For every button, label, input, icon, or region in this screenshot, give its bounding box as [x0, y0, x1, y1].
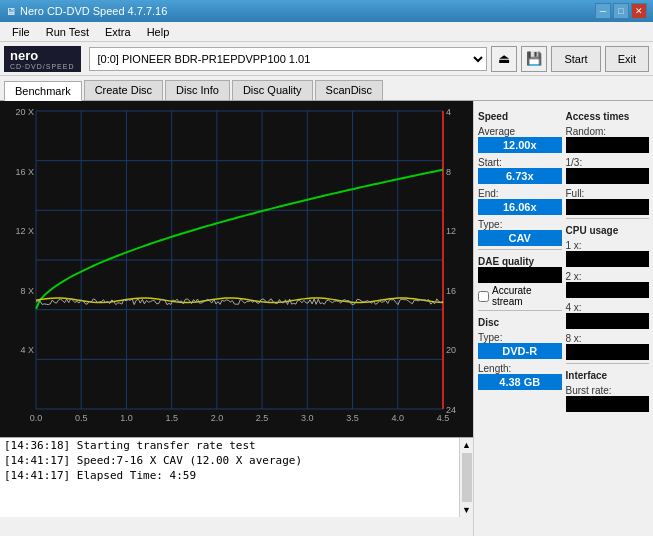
disc-type-label: Type:	[478, 332, 562, 343]
access-title: Access times	[566, 111, 650, 122]
accurate-stream-row: Accurate stream	[478, 285, 562, 307]
logo-text: nero	[10, 48, 75, 63]
tabs-bar: Benchmark Create Disc Disc Info Disc Qua…	[0, 76, 653, 101]
app-logo: nero CD·DVD/SPEED	[4, 46, 81, 72]
save-button[interactable]: 💾	[521, 46, 547, 72]
toolbar: nero CD·DVD/SPEED [0:0] PIONEER BDR-PR1E…	[0, 42, 653, 76]
log-scrollbar[interactable]: ▲ ▼	[459, 438, 473, 517]
dae-title: DAE quality	[478, 256, 562, 267]
menubar: File Run Test Extra Help	[0, 22, 653, 42]
start-value: 6.73x	[478, 168, 562, 184]
x8-value	[566, 344, 650, 360]
disc-length-label: Length:	[478, 363, 562, 374]
burst-value	[566, 396, 650, 412]
interface-title: Interface	[566, 370, 650, 381]
titlebar-title-area: 🖥 Nero CD-DVD Speed 4.7.7.16	[6, 5, 167, 17]
tab-benchmark[interactable]: Benchmark	[4, 81, 82, 101]
tab-scan-disc[interactable]: ScanDisc	[315, 80, 383, 100]
cpu-title: CPU usage	[566, 225, 650, 236]
minimize-button[interactable]: ─	[595, 3, 611, 19]
type-label: Type:	[478, 219, 562, 230]
right-panel: Speed Average 12.00x Start: 6.73x End: 1…	[473, 101, 653, 536]
close-button[interactable]: ✕	[631, 3, 647, 19]
start-label: Start:	[478, 157, 562, 168]
x4-value	[566, 313, 650, 329]
random-value	[566, 137, 650, 153]
exit-button[interactable]: Exit	[605, 46, 649, 72]
full-label: Full:	[566, 188, 650, 199]
log-area: [14:36:18] Starting transfer rate test […	[0, 437, 473, 517]
drive-selector[interactable]: [0:0] PIONEER BDR-PR1EPDVPP100 1.01	[89, 47, 488, 71]
x2-value	[566, 282, 650, 298]
app-title: Nero CD-DVD Speed 4.7.7.16	[20, 5, 167, 17]
eject-button[interactable]: ⏏	[491, 46, 517, 72]
average-label: Average	[478, 126, 562, 137]
dae-value	[478, 267, 562, 283]
chart-canvas	[0, 101, 473, 437]
menu-extra[interactable]: Extra	[97, 24, 139, 40]
disc-title: Disc	[478, 317, 562, 328]
disc-length-value: 4.38 GB	[478, 374, 562, 390]
x1-label: 1 x:	[566, 240, 650, 251]
full-value	[566, 199, 650, 215]
log-entry-3: [14:41:17] Elapsed Time: 4:59	[0, 468, 473, 483]
divider-4	[566, 363, 650, 364]
divider-2	[478, 310, 562, 311]
average-value: 12.00x	[478, 137, 562, 153]
end-value: 16.06x	[478, 199, 562, 215]
menu-file[interactable]: File	[4, 24, 38, 40]
accurate-stream-checkbox[interactable]	[478, 291, 489, 302]
burst-label: Burst rate:	[566, 385, 650, 396]
one-third-value	[566, 168, 650, 184]
one-third-label: 1/3:	[566, 157, 650, 168]
type-value: CAV	[478, 230, 562, 246]
menu-help[interactable]: Help	[139, 24, 178, 40]
left-stats-col: Speed Average 12.00x Start: 6.73x End: 1…	[478, 105, 562, 412]
scroll-up-arrow[interactable]: ▲	[460, 438, 473, 452]
tab-disc-info[interactable]: Disc Info	[165, 80, 230, 100]
maximize-button[interactable]: □	[613, 3, 629, 19]
x8-label: 8 x:	[566, 333, 650, 344]
log-entry-1: [14:36:18] Starting transfer rate test	[0, 438, 473, 453]
main-content: [14:36:18] Starting transfer rate test […	[0, 101, 653, 536]
divider-1	[478, 249, 562, 250]
tab-create-disc[interactable]: Create Disc	[84, 80, 163, 100]
x2-label: 2 x:	[566, 271, 650, 282]
x4-label: 4 x:	[566, 302, 650, 313]
start-button[interactable]: Start	[551, 46, 600, 72]
logo-subtext: CD·DVD/SPEED	[10, 63, 75, 70]
x1-value	[566, 251, 650, 267]
scroll-down-arrow[interactable]: ▼	[460, 503, 473, 517]
speed-title: Speed	[478, 111, 562, 122]
chart-container	[0, 101, 473, 437]
accurate-stream-label: Accurate stream	[492, 285, 562, 307]
menu-run-test[interactable]: Run Test	[38, 24, 97, 40]
tab-disc-quality[interactable]: Disc Quality	[232, 80, 313, 100]
end-label: End:	[478, 188, 562, 199]
log-entry-2: [14:41:17] Speed:7-16 X CAV (12.00 X ave…	[0, 453, 473, 468]
stats-columns: Speed Average 12.00x Start: 6.73x End: 1…	[478, 105, 649, 412]
disc-type-value: DVD-R	[478, 343, 562, 359]
titlebar-controls: ─ □ ✕	[595, 3, 647, 19]
right-stats-col: Access times Random: 1/3: Full: CPU usag…	[566, 105, 650, 412]
random-label: Random:	[566, 126, 650, 137]
chart-section: [14:36:18] Starting transfer rate test […	[0, 101, 473, 536]
divider-3	[566, 218, 650, 219]
titlebar: 🖥 Nero CD-DVD Speed 4.7.7.16 ─ □ ✕	[0, 0, 653, 22]
